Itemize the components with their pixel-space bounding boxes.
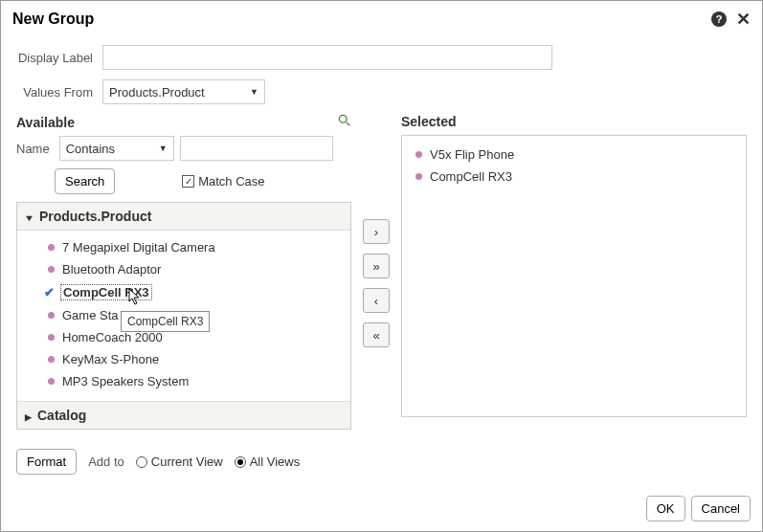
- dialog-header: New Group ? ✕: [1, 1, 762, 37]
- help-icon[interactable]: ?: [711, 11, 727, 27]
- bullet-icon: [48, 356, 55, 363]
- current-view-label: Current View: [151, 454, 223, 469]
- tree-item-label: CompCell RX3: [60, 284, 152, 300]
- chevron-right-icon: ›: [374, 225, 378, 239]
- all-views-radio[interactable]: All Views: [235, 454, 301, 469]
- remove-all-button[interactable]: «: [363, 322, 390, 347]
- current-view-radio[interactable]: Current View: [136, 454, 223, 469]
- search-button[interactable]: Search: [55, 168, 115, 194]
- double-chevron-left-icon: «: [372, 328, 379, 343]
- tree-item-label: Bluetooth Adaptor: [62, 262, 161, 277]
- tooltip: CompCell RX3: [121, 311, 210, 332]
- expand-icon: [25, 408, 32, 423]
- match-case-checkbox[interactable]: ✓ Match Case: [182, 174, 264, 188]
- selected-item[interactable]: CompCell RX3: [412, 166, 736, 188]
- tree-item[interactable]: Bluetooth Adaptor: [17, 258, 350, 280]
- filter-operator-value: Contains: [66, 142, 115, 156]
- search-icon[interactable]: [338, 114, 351, 130]
- radio-icon: [136, 456, 147, 468]
- available-header: Available: [16, 114, 351, 130]
- tree-group-header[interactable]: Products.Product: [17, 203, 350, 231]
- selected-item[interactable]: V5x Flip Phone: [412, 144, 736, 166]
- bullet-icon: [415, 151, 422, 158]
- add-button[interactable]: ›: [363, 219, 390, 244]
- bottom-row: Format Add to Current View All Views: [16, 449, 747, 475]
- close-icon[interactable]: ✕: [736, 9, 751, 30]
- chevron-down-icon: ▼: [250, 87, 258, 97]
- all-views-label: All Views: [250, 454, 301, 469]
- display-label-row: Display Label: [16, 45, 747, 70]
- tree-body[interactable]: 7 Megapixel Digital Camera Bluetooth Ada…: [17, 231, 350, 401]
- values-from-label: Values From: [16, 85, 102, 100]
- tree-item-label: MP3 Speakers System: [62, 374, 189, 388]
- bullet-icon: [415, 173, 422, 180]
- tree-item-label: KeyMax S-Phone: [62, 352, 159, 366]
- available-tree: Products.Product 7 Megapixel Digital Cam…: [16, 202, 351, 430]
- tree-item[interactable]: MP3 Speakers System: [17, 370, 350, 392]
- filter-operator-select[interactable]: Contains ▼: [59, 136, 174, 161]
- display-label-input[interactable]: [102, 45, 552, 70]
- collapse-icon: [25, 209, 34, 224]
- cancel-button[interactable]: Cancel: [691, 496, 751, 521]
- values-from-row: Values From Products.Product ▼: [16, 79, 747, 104]
- selected-item-label: CompCell RX3: [430, 169, 512, 184]
- bullet-icon: [48, 378, 55, 385]
- filter-row: Name Contains ▼: [16, 136, 351, 161]
- tree-item[interactable]: ✔ CompCell RX3: [17, 280, 350, 304]
- header-actions: ? ✕: [711, 9, 751, 30]
- filter-name-label: Name: [16, 142, 54, 156]
- filter-action-row: Search ✓ Match Case: [16, 168, 351, 194]
- tree-catalog-footer[interactable]: Catalog: [17, 401, 350, 429]
- selected-list[interactable]: V5x Flip Phone CompCell RX3: [401, 135, 747, 417]
- remove-button[interactable]: ‹: [363, 288, 390, 313]
- tree-item[interactable]: KeyMax S-Phone: [17, 348, 350, 370]
- ok-button[interactable]: OK: [646, 496, 685, 521]
- values-from-value: Products.Product: [109, 85, 205, 100]
- tree-item-label: Game Sta: [62, 308, 119, 322]
- dialog-footer: OK Cancel: [646, 496, 751, 521]
- values-from-select[interactable]: Products.Product ▼: [102, 79, 265, 104]
- selected-title: Selected: [401, 114, 747, 129]
- tree-group-label: Products.Product: [39, 209, 151, 224]
- tree-item[interactable]: 7 Megapixel Digital Camera: [17, 236, 350, 258]
- columns: Available Name Contains ▼ Search: [16, 114, 747, 430]
- tree-item-label: HomeCoach 2000: [62, 330, 163, 344]
- dialog-title: New Group: [12, 11, 711, 28]
- selected-item-label: V5x Flip Phone: [430, 147, 514, 162]
- available-column: Available Name Contains ▼ Search: [16, 114, 351, 430]
- chevron-left-icon: ‹: [374, 294, 378, 308]
- selected-column: Selected V5x Flip Phone CompCell RX3: [401, 114, 747, 430]
- bullet-icon: [48, 334, 55, 341]
- tree-item-label: 7 Megapixel Digital Camera: [62, 240, 215, 255]
- dialog-body: Display Label Values From Products.Produ…: [1, 37, 762, 490]
- chevron-down-icon: ▼: [159, 144, 168, 153]
- add-to-label: Add to: [88, 454, 124, 469]
- checkbox-icon: ✓: [182, 175, 194, 188]
- bullet-icon: [48, 266, 55, 273]
- new-group-dialog: New Group ? ✕ Display Label Values From …: [0, 0, 763, 532]
- add-all-button[interactable]: »: [363, 254, 390, 278]
- svg-line-1: [347, 122, 350, 126]
- catalog-label: Catalog: [37, 408, 86, 423]
- double-chevron-right-icon: »: [372, 259, 379, 274]
- format-button[interactable]: Format: [16, 449, 77, 475]
- svg-point-0: [339, 115, 347, 122]
- match-case-label: Match Case: [198, 174, 264, 188]
- transfer-column: › » ‹ «: [359, 114, 393, 430]
- bullet-icon: [48, 244, 55, 251]
- check-icon: ✔: [44, 285, 53, 299]
- available-title: Available: [16, 115, 75, 130]
- display-label-label: Display Label: [16, 51, 102, 65]
- radio-icon: [235, 456, 246, 468]
- filter-value-input[interactable]: [180, 136, 333, 161]
- bullet-icon: [48, 312, 55, 319]
